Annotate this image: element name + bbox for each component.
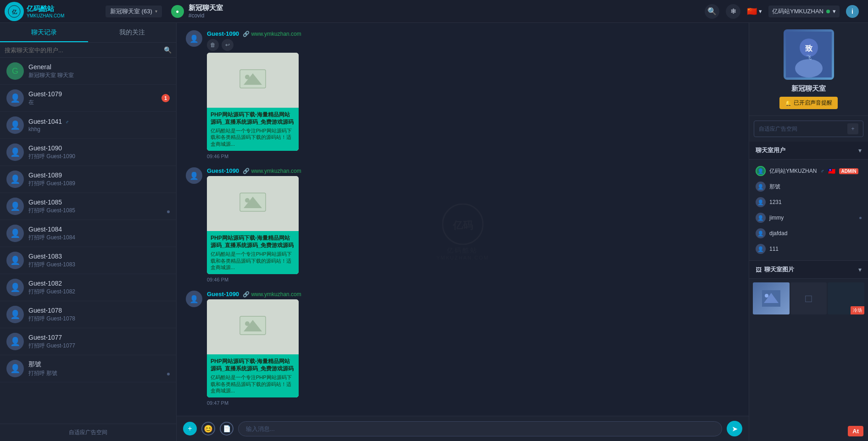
search-input[interactable] [5, 47, 161, 54]
list-item[interactable]: G General 新冠聊天室 聊天室 [0, 58, 176, 85]
room-selector[interactable]: 新冠聊天室 (63) ▾ [106, 6, 162, 17]
user-item[interactable]: 👤 那號 [749, 179, 868, 194]
message-group: 👤 Guest-1090 🔗 www.ymkuzhan.com 🗑 ↩ [186, 30, 740, 159]
list-item[interactable]: 👤 Guest-1079 在 1 [0, 85, 176, 112]
photo-thumb[interactable] [753, 282, 790, 314]
message-link[interactable]: 🔗 www.ymkuzhan.com [243, 168, 301, 174]
top-header: 亿 亿码酷站 YMKUZHAN.COM 新冠聊天室 (63) ▾ ● 新冠聊天室… [0, 0, 868, 23]
user-name: Guest-1083 [28, 253, 170, 260]
user-item[interactable]: 👤 111 [749, 241, 868, 257]
message-avatar: 👤 [186, 167, 202, 184]
flag-icon: 🇨🇳 [747, 6, 757, 17]
sidebar-tabs: 聊天记录 我的关注 [0, 23, 176, 43]
message-header: Guest-1090 🔗 www.ymkuzhan.com [207, 291, 740, 298]
user-menu-arrow: ▾ [833, 8, 836, 15]
photo-thumb[interactable]: □ [790, 282, 827, 314]
user-sub: 新冠聊天室 聊天室 [28, 72, 170, 79]
message-input[interactable] [238, 421, 722, 436]
list-item[interactable]: 👤 Guest-1077 打招呼 Guest-1077 [0, 328, 176, 355]
user-sub: 打招呼 Guest-1082 [28, 288, 170, 296]
user-name: Guest-1084 [28, 226, 170, 233]
photo-thumb[interactable]: 冷场 [828, 282, 864, 314]
tab-chat-history[interactable]: 聊天记录 [0, 23, 88, 42]
info-button[interactable]: i [846, 5, 859, 18]
list-item[interactable]: 👤 Guest-1083 打招呼 Guest-1083 [0, 247, 176, 274]
user-item[interactable]: 👤 jimmy [749, 210, 868, 226]
at-indicator[interactable]: At [848, 426, 863, 436]
avatar: 👤 [6, 279, 24, 296]
user-item[interactable]: 👤 1231 [749, 194, 868, 210]
message-card[interactable]: PHP网站源码下载-海量精品网站源码_直播系统源码_免费游戏源码 亿码酷站是一个… [207, 176, 299, 274]
list-item[interactable]: 👤 Guest-1085 打招呼 Guest-1085 [0, 193, 176, 220]
channel-names: 新冠聊天室 #covid [189, 4, 223, 19]
user-name: Guest-1085 [28, 198, 170, 206]
ad-settings-button[interactable]: + [847, 123, 858, 134]
list-item[interactable]: 👤 Guest-1090 打招呼 Guest-1090 [0, 139, 176, 166]
message-avatar: 👤 [186, 291, 202, 307]
add-button[interactable]: + [183, 422, 197, 435]
unread-badge: 1 [161, 94, 170, 102]
photos-section-toggle[interactable]: ▾ [858, 266, 862, 273]
emoji-button[interactable]: 😊 [201, 422, 215, 435]
main-layout: 聊天记录 我的关注 🔍 G General 新冠聊天室 聊天室 👤 Guest-… [0, 23, 868, 441]
card-body: PHP网站源码下载-海量精品网站源码_直播系统源码_免费游戏源码 亿码酷站是一个… [207, 108, 299, 151]
card-image [207, 176, 299, 231]
svg-point-6 [245, 75, 250, 79]
reply-button[interactable]: ↩ [222, 39, 234, 51]
list-item[interactable]: 👤 Guest-1082 打招呼 Guest-1082 [0, 274, 176, 301]
send-button[interactable]: ➤ [727, 421, 742, 436]
logo-title: 亿码酷站 [27, 5, 64, 13]
tab-follow[interactable]: 我的关注 [88, 23, 176, 42]
user-name: Guest-1089 [28, 171, 170, 179]
photo-label: 冷场 [851, 306, 864, 314]
list-item[interactable]: 👤 Guest-1084 打招呼 Guest-1084 [0, 220, 176, 247]
online-status-dot [826, 10, 830, 13]
avatar: 👤 [6, 198, 24, 215]
message-link[interactable]: 🔗 www.ymkuzhan.com [243, 31, 301, 37]
user-info: Guest-1089 打招呼 Guest-1089 [28, 171, 170, 187]
message-time: 09:47 PM [207, 400, 740, 406]
list-item[interactable]: 👤 那號 打招呼 那號 [0, 355, 176, 382]
logo-icon: 亿 [5, 2, 24, 21]
ad-space: 自适应广告空间 + [754, 121, 863, 137]
sidebar-user-list: G General 新冠聊天室 聊天室 👤 Guest-1079 在 1 👤 [0, 58, 176, 424]
message-card[interactable]: PHP网站源码下载-海量精品网站源码_直播系统源码_免费游戏源码 亿码酷站是一个… [207, 53, 299, 151]
channel-avatar: ● [171, 5, 184, 18]
users-section-toggle[interactable]: ▾ [858, 147, 862, 154]
card-image [207, 53, 299, 108]
list-item[interactable]: 👤 Guest-1078 打招呼 Guest-1078 [0, 301, 176, 328]
svg-text:致: 致 [805, 44, 813, 52]
notify-button[interactable]: 🔔 已开启声音提醒 [779, 97, 838, 109]
left-sidebar: 聊天记录 我的关注 🔍 G General 新冠聊天室 聊天室 👤 Guest-… [0, 23, 177, 441]
message-link[interactable]: 🔗 www.ymkuzhan.com [243, 291, 301, 298]
file-button[interactable]: 📄 [220, 422, 234, 435]
delete-button[interactable]: 🗑 [207, 39, 219, 51]
search-icon[interactable]: 🔍 [164, 46, 172, 54]
user-name: Guest-1078 [28, 307, 170, 314]
search-button[interactable]: 🔍 [705, 4, 719, 19]
dot-decor [167, 373, 170, 375]
list-item[interactable]: 👤 Guest-1041 ♂ khhg [0, 112, 176, 139]
user-info: Guest-1078 打招呼 Guest-1078 [28, 307, 170, 323]
dot-decor [167, 210, 170, 213]
user-menu[interactable]: 亿码站YMKUZHAN ▾ [768, 6, 840, 17]
user-info: Guest-1090 打招呼 Guest-1090 [28, 144, 170, 160]
message-actions: 🗑 ↩ [207, 39, 740, 51]
sidebar-search-bar: 🔍 [0, 43, 176, 58]
list-item[interactable]: 👤 Guest-1089 打招呼 Guest-1089 [0, 166, 176, 193]
snowflake-button[interactable]: ❄ [726, 4, 740, 19]
user-info: Guest-1085 打招呼 Guest-1085 [28, 198, 170, 215]
photos-section-title: 聊天室图片 [764, 265, 794, 274]
user-avatar: 👤 [756, 197, 766, 207]
sidebar-ad-space: 自适应广告空间 [0, 424, 176, 441]
user-item[interactable]: 👤 亿码站YMKUZHAN ♂ 🇹🇼 ADMIN [749, 163, 868, 179]
users-section-header: 聊天室用户 ▾ [749, 142, 868, 160]
flag-arrow: ▾ [759, 8, 762, 15]
users-list: 👤 亿码站YMKUZHAN ♂ 🇹🇼 ADMIN 👤 那號 👤 1231 👤 [749, 160, 868, 260]
user-item[interactable]: 👤 djafdad [749, 226, 868, 241]
gender-icon: ♂ [820, 168, 824, 174]
card-image [207, 299, 299, 354]
flag-icon: 🇹🇼 [828, 168, 835, 175]
language-selector[interactable]: 🇨🇳 ▾ [747, 6, 762, 17]
message-card[interactable]: PHP网站源码下载-海量精品网站源码_直播系统源码_免费游戏源码 亿码酷站是一个… [207, 299, 299, 397]
